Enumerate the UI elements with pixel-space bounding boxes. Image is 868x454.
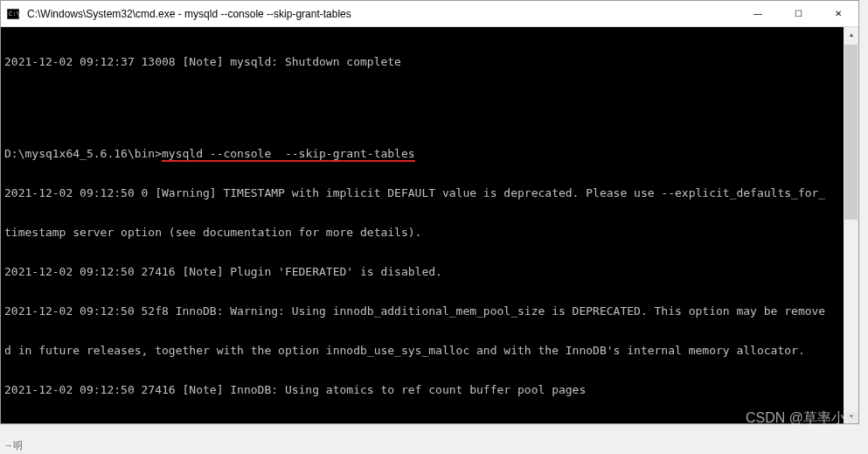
- typed-command: mysqld --console --skip-grant-tables: [162, 147, 415, 162]
- titlebar[interactable]: C:\ C:\Windows\System32\cmd.exe - mysqld…: [1, 1, 858, 27]
- terminal-area[interactable]: 2021-12-02 09:12:37 13008 [Note] mysqld:…: [1, 27, 858, 423]
- output-line: 2021-12-02 09:12:50 52f8 InnoDB: Warning…: [4, 304, 855, 318]
- bottom-fragment: →明: [0, 437, 26, 454]
- close-button[interactable]: ✕: [818, 1, 858, 27]
- maximize-button[interactable]: ☐: [778, 1, 818, 27]
- window-title: C:\Windows\System32\cmd.exe - mysqld --c…: [25, 8, 738, 20]
- svg-text:C:\: C:\: [9, 10, 19, 17]
- prompt-prefix: D:\mysq1x64_5.6.16\bin>: [4, 147, 162, 160]
- cmd-window: C:\ C:\Windows\System32\cmd.exe - mysqld…: [0, 0, 859, 424]
- output-line: 2021-12-02 09:12:50 27416 [Note] Plugin …: [4, 265, 855, 278]
- output-line: 2021-12-02 09:12:50 0 [Warning] TIMESTAM…: [4, 186, 855, 199]
- minimize-button[interactable]: —: [738, 1, 778, 27]
- output-line: 2021-12-02 09:12:50 27416 [Note] InnoDB:…: [4, 383, 855, 396]
- prompt-line: D:\mysq1x64_5.6.16\bin>mysqld --console …: [4, 147, 855, 160]
- output-line: d in future releases, together with the …: [4, 344, 855, 357]
- output-line: 2021-12-02 09:12:50 27416 [Note] InnoDB:…: [4, 423, 855, 423]
- output-line: timestamp server option (see documentati…: [4, 226, 855, 239]
- scrollbar[interactable]: ▴ ▾: [844, 27, 858, 423]
- scroll-up-icon[interactable]: ▴: [844, 27, 858, 42]
- output-line: 2021-12-02 09:12:37 13008 [Note] mysqld:…: [4, 55, 855, 68]
- cmd-icon: C:\: [6, 7, 20, 21]
- window-controls: — ☐ ✕: [738, 1, 858, 27]
- scroll-down-icon[interactable]: ▾: [844, 409, 858, 423]
- scroll-thumb[interactable]: [844, 45, 858, 220]
